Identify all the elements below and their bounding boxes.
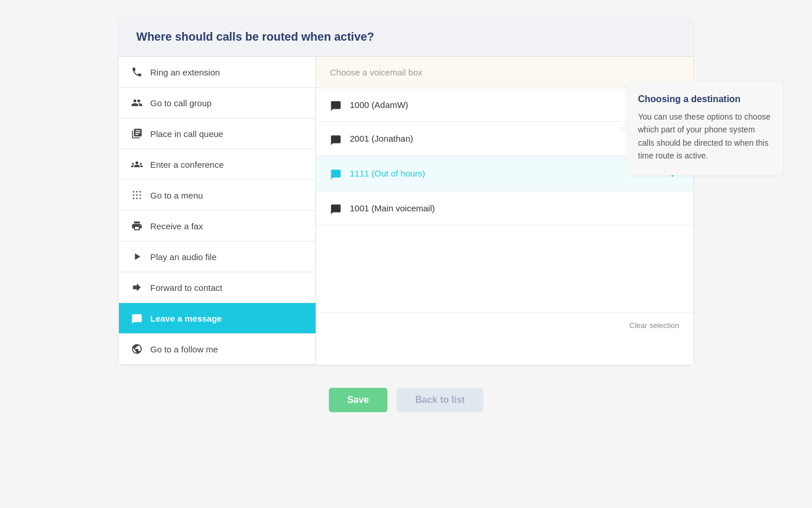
voicemail-icon [330, 167, 342, 179]
svg-point-4 [136, 194, 138, 196]
left-nav: Ring an extension Go to call group Place… [119, 57, 316, 365]
group-icon [130, 97, 143, 109]
bottom-buttons: Save Back to list [329, 388, 484, 412]
sidebar-item-label: Ring an extension [150, 67, 220, 77]
sidebar-item-label: Receive a fax [150, 221, 203, 231]
back-to-list-button[interactable]: Back to list [397, 388, 483, 412]
sidebar-item-forward-contact[interactable]: Forward to contact [119, 272, 316, 303]
message-icon [130, 312, 143, 324]
fax-icon [130, 220, 143, 232]
svg-point-1 [136, 191, 138, 193]
sidebar-item-label: Place in call queue [150, 129, 223, 139]
sidebar-item-label: Go to call group [150, 98, 212, 108]
sidebar-item-label: Leave a message [150, 314, 222, 323]
sidebar-item-leave-message[interactable]: Leave a message [119, 303, 316, 334]
voicemail-name: 1000 (AdamW) [350, 100, 408, 110]
svg-point-7 [136, 198, 138, 200]
svg-point-5 [140, 194, 142, 196]
voicemail-icon [330, 132, 342, 145]
queue-icon [130, 128, 143, 139]
sidebar-item-conference[interactable]: Enter a conference [119, 149, 316, 180]
main-card: Where should calls be routed when active… [119, 17, 693, 365]
clear-selection-row: Clear selection [316, 312, 693, 338]
sidebar-item-audio-file[interactable]: Play an audio file [119, 242, 316, 272]
svg-point-6 [133, 198, 135, 200]
globe-icon [130, 343, 143, 355]
sidebar-item-label: Forward to contact [150, 283, 222, 293]
phone-icon [130, 66, 143, 78]
info-panel-body: You can use these options to choose whic… [638, 110, 771, 163]
play-icon [130, 251, 143, 262]
voicemail-name: 1111 (Out of hours) [350, 168, 425, 178]
sidebar-item-call-group[interactable]: Go to call group [119, 88, 316, 118]
voicemail-icon [330, 202, 342, 214]
menu-icon [130, 189, 143, 201]
card-header: Where should calls be routed when active… [119, 17, 693, 56]
sidebar-item-ring-extension[interactable]: Ring an extension [119, 57, 316, 88]
card-body: Ring an extension Go to call group Place… [119, 56, 693, 365]
conference-icon [130, 158, 143, 170]
sidebar-item-fax[interactable]: Receive a fax [119, 211, 316, 242]
info-panel: Choosing a destination You can use these… [626, 81, 783, 175]
info-panel-title: Choosing a destination [638, 94, 771, 105]
sidebar-item-label: Go to a menu [150, 190, 203, 200]
voicemail-name: 2001 (Jonathan) [350, 134, 413, 143]
save-button[interactable]: Save [329, 388, 387, 412]
svg-point-0 [133, 191, 135, 193]
clear-selection-button[interactable]: Clear selection [629, 321, 679, 330]
svg-point-2 [140, 191, 142, 193]
voicemail-item-1001[interactable]: 1001 (Main voicemail) [316, 192, 693, 225]
voicemail-icon [330, 99, 342, 111]
sidebar-item-call-queue[interactable]: Place in call queue [119, 118, 316, 149]
voicemail-name: 1001 (Main voicemail) [350, 203, 435, 213]
sidebar-item-label: Enter a conference [150, 160, 224, 170]
page-title: Where should calls be routed when active… [136, 30, 676, 44]
svg-point-3 [133, 194, 135, 196]
sidebar-item-label: Play an audio file [150, 252, 216, 262]
forward-icon [130, 282, 143, 293]
sidebar-item-label: Go to a follow me [150, 344, 218, 354]
sidebar-item-follow-me[interactable]: Go to a follow me [119, 334, 316, 365]
svg-point-8 [140, 198, 142, 200]
sidebar-item-menu[interactable]: Go to a menu [119, 180, 316, 211]
